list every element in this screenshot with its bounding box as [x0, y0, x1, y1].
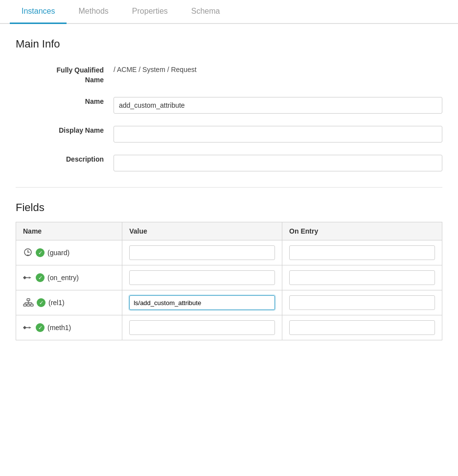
description-input[interactable]: [114, 155, 442, 171]
svg-rect-6: [23, 276, 26, 280]
field-value-input[interactable]: [129, 320, 275, 335]
check-icon: ✓: [36, 323, 45, 332]
name-input[interactable]: [114, 97, 442, 114]
main-info-section: Main Info Fully QualifiedName / ACME / S…: [16, 38, 442, 171]
cell-name-content: ✓ (rel1): [23, 298, 115, 307]
guard-icon: [23, 248, 33, 258]
field-name-cell: ✓ (on_entry): [16, 265, 122, 290]
cell-name-content: ✓ (guard): [23, 248, 115, 258]
field-name-cell: ✓ (rel1): [16, 290, 122, 315]
fields-title: Fields: [16, 201, 442, 214]
fqn-label: Fully QualifiedName: [16, 62, 114, 85]
name-row: Name: [16, 94, 442, 114]
field-label: (rel1): [48, 299, 65, 307]
table-row: ✓ (on_entry): [16, 265, 442, 290]
field-on-entry-cell: [282, 240, 442, 265]
tab-instances[interactable]: Instances: [10, 0, 67, 24]
fields-section: Fields Name Value On Entry ✓ (guar: [16, 201, 442, 340]
field-on-entry-cell: [282, 315, 442, 340]
display-name-label: Display Name: [16, 122, 114, 136]
display-name-input-wrapper: [114, 122, 442, 143]
col-header-value: Value: [122, 222, 282, 240]
fqn-value: / ACME / System / Request: [114, 62, 442, 73]
rel-icon: [23, 298, 34, 307]
field-value-input[interactable]: [129, 270, 275, 285]
field-value-cell: [122, 315, 282, 340]
table-row: ✓ (meth1): [16, 315, 442, 340]
svg-rect-8: [23, 304, 26, 306]
display-name-row: Display Name: [16, 122, 442, 143]
main-content: Main Info Fully QualifiedName / ACME / S…: [0, 24, 458, 354]
main-info-title: Main Info: [16, 38, 442, 50]
entry-icon: [23, 273, 33, 283]
svg-rect-7: [27, 299, 30, 301]
check-icon: ✓: [36, 248, 45, 257]
tab-methods[interactable]: Methods: [67, 0, 120, 24]
check-icon: ✓: [36, 273, 45, 282]
tabs-bar: InstancesMethodsPropertiesSchema: [0, 0, 458, 24]
name-label: Name: [16, 94, 114, 107]
cell-name-content: ✓ (meth1): [23, 323, 115, 333]
field-value-input[interactable]: [129, 295, 275, 310]
field-value-cell: [122, 240, 282, 265]
fqn-row: Fully QualifiedName / ACME / System / Re…: [16, 62, 442, 85]
field-on-entry-cell: [282, 290, 442, 315]
svg-rect-18: [23, 326, 26, 330]
field-on-entry-input[interactable]: [289, 270, 435, 285]
field-value-input[interactable]: [129, 245, 275, 260]
svg-rect-10: [30, 304, 33, 306]
cell-name-content: ✓ (on_entry): [23, 273, 115, 283]
description-input-wrapper: [114, 151, 442, 171]
field-label: (on_entry): [47, 274, 79, 282]
section-divider: [16, 187, 442, 188]
field-on-entry-input[interactable]: [289, 320, 435, 335]
description-label: Description: [16, 151, 114, 165]
col-header-on-entry: On Entry: [282, 222, 442, 240]
col-header-name: Name: [16, 222, 122, 240]
tab-schema[interactable]: Schema: [180, 0, 232, 24]
display-name-input[interactable]: [114, 126, 442, 143]
svg-rect-9: [27, 304, 30, 306]
field-on-entry-input[interactable]: [289, 245, 435, 260]
field-on-entry-input[interactable]: [289, 295, 435, 310]
field-value-cell: [122, 265, 282, 290]
table-header-row: Name Value On Entry: [16, 222, 442, 240]
field-name-cell: ✓ (guard): [16, 240, 122, 265]
name-input-wrapper: [114, 94, 442, 114]
check-icon: ✓: [37, 298, 46, 307]
field-name-cell: ✓ (meth1): [16, 315, 122, 340]
tab-properties[interactable]: Properties: [120, 0, 180, 24]
field-value-cell: [122, 290, 282, 315]
table-row: ✓ (rel1): [16, 290, 442, 315]
description-row: Description: [16, 151, 442, 171]
field-on-entry-cell: [282, 265, 442, 290]
entry-icon: [23, 323, 33, 333]
field-label: (guard): [47, 249, 69, 257]
table-row: ✓ (guard): [16, 240, 442, 265]
field-label: (meth1): [47, 324, 71, 332]
fields-table: Name Value On Entry ✓ (guard): [16, 222, 442, 340]
